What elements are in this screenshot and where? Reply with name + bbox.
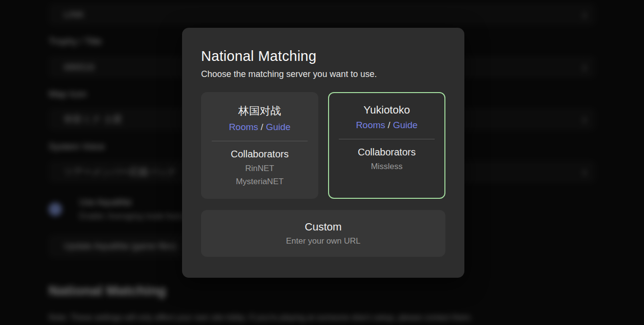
server-links: Rooms / Guide [229, 122, 291, 133]
custom-card-title: Custom [305, 221, 342, 233]
collaborators-list: RinNET MysteriaNET [236, 162, 283, 188]
custom-server-card[interactable]: Custom Enter your own URL [201, 210, 445, 257]
link-separator: / [258, 122, 266, 132]
collaborator: Missless [371, 160, 403, 173]
server-options: 林国对战 Rooms / Guide Collaborators RinNET … [201, 92, 445, 199]
link-separator: / [385, 120, 393, 130]
collaborators-list: Missless [371, 160, 403, 173]
collaborator: RinNET [236, 162, 283, 175]
collaborators-label: Collaborators [231, 149, 289, 160]
dialog-subtitle: Choose the matching server you want to u… [201, 69, 445, 79]
collaborator: MysteriaNET [236, 175, 283, 188]
collaborators-label: Collaborators [358, 147, 416, 158]
card-divider [212, 141, 308, 141]
dialog-title: National Matching [201, 48, 445, 64]
rooms-link[interactable]: Rooms [229, 122, 258, 132]
custom-card-subtitle: Enter your own URL [286, 236, 360, 246]
server-name: Yukiotoko [364, 104, 410, 116]
national-matching-dialog: National Matching Choose the matching se… [182, 28, 464, 278]
guide-link[interactable]: Guide [266, 122, 291, 132]
server-name: 林国对战 [239, 104, 281, 118]
rooms-link[interactable]: Rooms [356, 120, 385, 130]
server-card-yukiotoko[interactable]: Yukiotoko Rooms / Guide Collaborators Mi… [328, 92, 445, 199]
card-divider [339, 139, 435, 139]
guide-link[interactable]: Guide [393, 120, 418, 130]
server-links: Rooms / Guide [356, 120, 418, 131]
server-card-linguo[interactable]: 林国对战 Rooms / Guide Collaborators RinNET … [201, 92, 318, 199]
